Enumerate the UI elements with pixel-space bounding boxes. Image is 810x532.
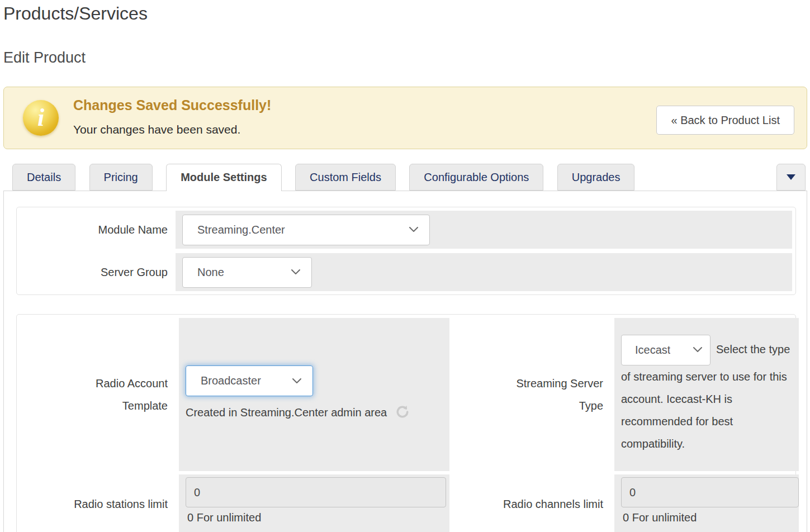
chevron-down-icon [787, 174, 795, 180]
tab-upgrades[interactable]: Upgrades [557, 164, 635, 191]
server-group-label: Server Group [101, 261, 168, 283]
chevron-down-icon [693, 347, 702, 353]
back-to-product-list-button[interactable]: « Back to Product List [656, 106, 794, 135]
alert-title: Changes Saved Successfully! [73, 97, 271, 113]
streaming-server-type-select[interactable]: Icecast [621, 335, 710, 365]
server-group-select[interactable]: None [182, 257, 312, 288]
module-settings-panel: Module Name Streaming.Center Server Grou… [3, 191, 807, 532]
radio-stations-limit-help: 0 For unlimited [186, 511, 449, 524]
info-icon: i [23, 100, 59, 136]
page-subtitle: Edit Product [3, 49, 86, 66]
radio-channels-limit-input[interactable] [621, 477, 799, 507]
alert-message: Your changes have been saved. [73, 123, 240, 136]
radio-stations-limit-label: Radio stations limit [74, 493, 168, 515]
tab-module-settings[interactable]: Module Settings [166, 164, 281, 191]
radio-account-template-help: Created in Streaming.Center admin area [186, 401, 449, 424]
chevron-down-icon [291, 269, 300, 275]
refresh-icon[interactable] [395, 404, 410, 420]
streaming-server-type-label: Streaming Server Type [503, 372, 603, 417]
server-group-row: Server Group None [20, 253, 792, 291]
success-alert: i Changes Saved Successfully! Your chang… [3, 87, 807, 149]
radio-stations-limit-input[interactable] [186, 477, 446, 507]
module-name-row: Module Name Streaming.Center [20, 211, 792, 249]
chevron-down-icon [292, 378, 301, 384]
radio-account-template-label: Radio Account Template [67, 372, 168, 417]
module-selection-box: Module Name Streaming.Center Server Grou… [16, 207, 796, 295]
module-options-box: Radio Account Template Broadcaster Creat… [16, 314, 796, 532]
tab-configurable-options[interactable]: Configurable Options [409, 164, 543, 191]
module-name-select[interactable]: Streaming.Center [182, 215, 430, 245]
tab-custom-fields[interactable]: Custom Fields [295, 164, 396, 191]
tabs-overflow-button[interactable] [776, 164, 806, 191]
product-tabs: Details Pricing Module Settings Custom F… [3, 164, 807, 191]
tab-details[interactable]: Details [12, 164, 75, 191]
edit-product-page: Products/Services Edit Product i Changes… [0, 0, 810, 532]
radio-channels-limit-label: Radio channels limit [503, 493, 603, 515]
module-name-label: Module Name [98, 218, 168, 241]
radio-channels-limit-help: 0 For unlimited [621, 511, 799, 524]
chevron-down-icon [409, 227, 418, 232]
radio-account-template-select[interactable]: Broadcaster [186, 365, 313, 396]
page-title: Products/Services [3, 3, 148, 24]
tab-pricing[interactable]: Pricing [89, 164, 153, 191]
streaming-server-type-field: Icecast Select the type of streaming ser… [621, 335, 794, 455]
